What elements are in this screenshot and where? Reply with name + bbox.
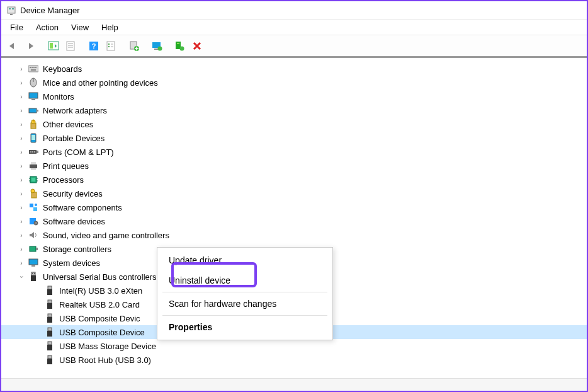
menu-help[interactable]: Help	[95, 21, 125, 33]
sound-icon	[28, 230, 39, 240]
svg-rect-80	[47, 359, 52, 364]
caret-icon[interactable]: ›	[18, 190, 25, 197]
context-scan-hardware[interactable]: Scan for hardware changes	[157, 294, 332, 314]
svg-rect-29	[35, 67, 37, 68]
tree-item-sound[interactable]: › Sound, video and game controllers	[1, 228, 587, 242]
caret-icon[interactable]: ›	[18, 204, 25, 211]
caret-icon[interactable]: ›	[18, 79, 25, 86]
svg-point-61	[34, 221, 38, 225]
svg-rect-5	[50, 43, 53, 49]
toolbar-forward[interactable]	[23, 38, 39, 54]
tree-item-print-queues[interactable]: › Print queues	[1, 159, 587, 173]
toolbar-back[interactable]	[5, 38, 21, 54]
tree-item-keyboards[interactable]: › Keyboards	[1, 62, 587, 76]
svg-rect-1	[9, 8, 11, 9]
tree-item-label: Security devices	[42, 189, 103, 199]
tree-item-ports[interactable]: › Ports (COM & LPT)	[1, 145, 587, 159]
tree-item-label: Ports (COM & LPT)	[42, 147, 114, 157]
svg-rect-79	[48, 355, 52, 359]
svg-rect-30	[31, 69, 36, 71]
tree-item-label: Print queues	[42, 161, 89, 171]
svg-rect-48	[31, 162, 36, 164]
caret-icon[interactable]: ›	[18, 93, 25, 100]
tree-item-label: USB Composite Devic	[58, 314, 140, 323]
usb-device-icon	[44, 355, 55, 365]
svg-point-45	[32, 151, 33, 153]
svg-rect-3	[10, 14, 13, 15]
tree-item-other-devices[interactable]: › ? Other devices	[1, 117, 587, 131]
tree-item-usb-child[interactable]: USB Root Hub (USB 3.0)	[1, 353, 587, 367]
caret-icon[interactable]: ›	[18, 260, 25, 267]
tree-item-monitors[interactable]: › Monitors	[1, 89, 587, 103]
caret-icon[interactable]: ›	[18, 163, 25, 170]
caret-down-icon[interactable]: ›	[18, 273, 25, 280]
toolbar-properties-sheet[interactable]	[63, 38, 79, 54]
caret-icon[interactable]: ›	[18, 246, 25, 253]
context-update-driver[interactable]: Update driver	[157, 250, 332, 270]
caret-icon[interactable]: ›	[18, 176, 25, 183]
tree-item-mice[interactable]: › Mice and other pointing devices	[1, 76, 587, 89]
svg-rect-49	[31, 168, 36, 170]
portable-icon	[28, 133, 39, 143]
svg-rect-63	[29, 259, 38, 265]
svg-point-24	[180, 46, 184, 50]
tree-item-label: Network adapters	[42, 106, 107, 115]
toolbar-update-driver[interactable]	[126, 38, 142, 54]
menu-file[interactable]: File	[4, 21, 30, 33]
svg-rect-28	[33, 67, 35, 68]
svg-point-57	[31, 189, 35, 193]
svg-rect-13	[108, 43, 110, 45]
toolbar-uninstall[interactable]	[189, 38, 205, 54]
caret-icon[interactable]: ›	[18, 121, 25, 128]
printer-icon	[28, 161, 39, 171]
tree-item-software-components[interactable]: › Software components	[1, 200, 587, 214]
tree-item-usb-child[interactable]: USB Mass Storage Device	[1, 339, 587, 353]
tree-item-software-devices[interactable]: › Software devices	[1, 214, 587, 228]
caret-icon[interactable]: ›	[18, 149, 25, 156]
storage-icon	[28, 244, 39, 254]
svg-rect-25	[28, 66, 38, 72]
statusbar	[1, 378, 587, 391]
menu-action[interactable]: Action	[30, 21, 65, 33]
svg-rect-12	[107, 42, 115, 50]
tree-item-label: Keyboards	[42, 64, 82, 74]
toolbar-enable-device[interactable]	[149, 38, 165, 54]
tree-item-security-devices[interactable]: › Security devices	[1, 187, 587, 200]
tree-item-network-adapters[interactable]: › Network adapters	[1, 103, 587, 117]
svg-rect-73	[48, 314, 52, 317]
menu-view[interactable]: View	[65, 21, 95, 33]
usb-device-icon	[44, 341, 55, 351]
tree-item-label: Portable Devices	[42, 134, 105, 143]
context-properties[interactable]: Properties	[157, 317, 332, 337]
context-uninstall-device[interactable]: Uninstall device	[157, 270, 332, 291]
toolbar-show-hide-tree[interactable]	[45, 38, 62, 54]
tree-item-portable-devices[interactable]: › Portable Devices	[1, 131, 587, 145]
svg-point-21	[158, 46, 162, 50]
tree-item-label: Sound, video and game controllers	[42, 231, 169, 240]
caret-icon[interactable]: ›	[18, 66, 25, 72]
svg-rect-59	[33, 207, 37, 211]
security-icon	[28, 188, 39, 199]
caret-icon[interactable]: ›	[18, 232, 25, 239]
tree-item-label: USB Mass Storage Device	[58, 342, 156, 351]
tree-item-label: Realtek USB 2.0 Card	[58, 300, 140, 309]
context-separator	[162, 292, 327, 292]
svg-rect-62	[30, 246, 36, 251]
svg-rect-27	[31, 67, 33, 68]
caret-icon[interactable]: ›	[18, 218, 25, 225]
usb-device-icon	[44, 285, 55, 296]
svg-rect-75	[48, 328, 52, 331]
caret-icon[interactable]: ›	[18, 107, 25, 114]
device-tree[interactable]: › Keyboards › Mice and other pointing de…	[1, 58, 587, 378]
software-device-icon	[28, 216, 39, 226]
usb-device-icon	[44, 327, 55, 337]
caret-icon[interactable]: ›	[18, 135, 25, 142]
tree-item-label: Software devices	[42, 217, 105, 226]
titlebar: Device Manager	[1, 1, 587, 20]
toolbar-scan-hardware[interactable]	[171, 38, 188, 54]
svg-rect-78	[47, 345, 52, 350]
toolbar-help[interactable]: ?	[86, 38, 102, 54]
toolbar-action-list[interactable]	[103, 38, 120, 54]
tree-item-processors[interactable]: › Processors	[1, 173, 587, 187]
svg-rect-65	[31, 272, 35, 275]
